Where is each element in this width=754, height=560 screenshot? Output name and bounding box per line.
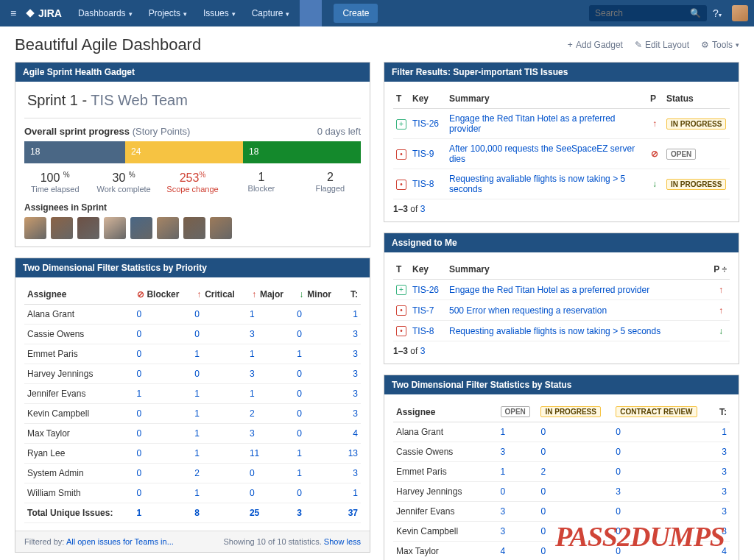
add-gadget-button[interactable]: + Add Gadget <box>568 40 623 50</box>
avatar[interactable] <box>130 217 152 239</box>
stat-flagged: 2Flagged <box>300 171 361 194</box>
chevron-down-icon: ▾ <box>736 41 739 49</box>
tools-button[interactable]: ⚙ Tools ▾ <box>701 40 739 50</box>
profile-avatar[interactable] <box>732 5 748 21</box>
issue-key: TIS-26 <box>412 118 439 129</box>
table-row: System Admin02013 <box>24 464 361 483</box>
gadget-header[interactable]: Filter Results: Super-important TIS Issu… <box>384 63 739 82</box>
avatar[interactable] <box>183 217 205 239</box>
issue-key: TIS-26 <box>412 285 439 295</box>
table-row: Harvey Jennings00303 <box>24 364 361 384</box>
filter-link[interactable]: All open issues for Teams in... <box>66 537 174 546</box>
status-badge: IN PROGRESS <box>666 118 726 130</box>
bug-icon: • <box>396 149 406 160</box>
page-title: Beautiful Agile Dashboard <box>15 35 201 54</box>
assignee-list <box>24 217 361 239</box>
table-row: Max Taylor01304 <box>24 424 361 444</box>
nav-projects[interactable]: Projects▾ <box>141 2 194 24</box>
table-row: Alana Grant00101 <box>24 305 361 325</box>
table-row[interactable]: •TIS-7500 Error when requesting a reserv… <box>393 300 730 321</box>
table-row: Alana Grant1001 <box>393 422 730 442</box>
gear-icon: ⚙ <box>701 40 709 50</box>
help-icon[interactable]: ?▾ <box>707 7 727 19</box>
table-row: Cassie Owens3003 <box>393 442 730 462</box>
avatar[interactable] <box>51 217 73 239</box>
search-icon: 🔍 <box>690 8 701 18</box>
table-row: Emmet Paris01113 <box>24 344 361 364</box>
create-button[interactable]: Create <box>334 4 378 23</box>
table-row[interactable]: +TIS-26Engage the Red Titan Hotel as a p… <box>393 109 730 139</box>
issue-summary: Engage the Red Titan Hotel as a preferre… <box>449 113 615 134</box>
avatar[interactable] <box>24 217 46 239</box>
search-box[interactable]: 🔍 <box>589 5 707 21</box>
filter-stats-priority-gadget: Two Dimensional Filter Statistics by Pri… <box>15 258 370 553</box>
stat-complete: 30 %Work complete <box>93 171 154 194</box>
issue-summary: After 100,000 requests the SeeSpaceEZ se… <box>449 143 635 164</box>
edit-layout-button[interactable]: ✎ Edit Layout <box>635 40 689 50</box>
issue-key: TIS-8 <box>412 179 434 189</box>
table-row: Jennifer Evans11103 <box>24 384 361 404</box>
nav-capture[interactable]: Capture▾ <box>244 2 297 24</box>
search-input[interactable] <box>595 8 686 18</box>
story-icon: + <box>396 119 406 130</box>
bug-icon: • <box>396 326 406 336</box>
show-less-link[interactable]: Show less <box>324 537 361 546</box>
gadget-header[interactable]: Two Dimensional Filter Statistics by Sta… <box>384 375 739 394</box>
major-icon: ↑ <box>250 289 258 300</box>
menu-icon[interactable]: ≡ <box>6 7 21 19</box>
stat-elapsed: 100 %Time elapsed <box>24 171 85 194</box>
watermark: PASS2DUMPS <box>555 520 725 553</box>
table-row[interactable]: •TIS-9After 100,000 requests the SeeSpac… <box>393 139 730 169</box>
chevron-down-icon: ▾ <box>232 10 236 18</box>
blocker-icon: ⊘ <box>650 149 659 159</box>
critical-icon: ↑ <box>194 289 203 300</box>
table-row[interactable]: +TIS-26Engage the Red Titan Hotel as a p… <box>393 280 730 300</box>
avatar[interactable] <box>104 217 126 239</box>
assignees-heading: Assignees in Sprint <box>24 202 361 213</box>
priority-up-icon: ↑ <box>650 118 659 129</box>
jira-logo[interactable]: JIRA <box>25 7 62 19</box>
progress-bar: 18 24 18 <box>24 141 361 163</box>
days-left: 0 days left <box>317 126 361 137</box>
table-row: Cassie Owens00303 <box>24 325 361 344</box>
bug-icon: • <box>396 305 406 316</box>
table-row: Harvey Jennings0033 <box>393 482 730 502</box>
issue-summary: Requesting avaliable flights is now taki… <box>449 174 625 194</box>
issue-key: TIS-7 <box>412 305 434 316</box>
gadget-header[interactable]: Assigned to Me <box>384 233 739 252</box>
minor-icon: ↓ <box>297 289 306 300</box>
table-row[interactable]: •TIS-8Requesting avaliable flights is no… <box>393 169 730 199</box>
top-nav: ≡ JIRA Dashboards▾ Projects▾ Issues▾ Cap… <box>0 0 754 26</box>
issue-summary: Engage the Red Titan Hotel as a preferre… <box>449 285 649 295</box>
chevron-down-icon: ▾ <box>129 10 133 18</box>
nav-dashboards[interactable]: Dashboards▾ <box>71 2 140 24</box>
table-row: Kevin Campbell01203 <box>24 404 361 424</box>
stat-scope: 253%Scope change <box>162 171 223 194</box>
issue-key: TIS-9 <box>412 149 434 159</box>
blocker-icon: ⊘ <box>136 289 145 300</box>
chevron-down-icon: ▾ <box>286 10 289 18</box>
avatar[interactable] <box>157 217 179 239</box>
status-badge: OPEN <box>666 149 696 160</box>
gadget-header[interactable]: Two Dimensional Filter Statistics by Pri… <box>15 258 370 277</box>
gadget-header[interactable]: Agile Sprint Health Gadget <box>15 63 370 82</box>
page-header: Beautiful Agile Dashboard + Add Gadget ✎… <box>0 26 754 62</box>
priority-up-icon: ↑ <box>716 305 725 316</box>
assigned-table: T Key Summary P ÷ +TIS-26Engage the Red … <box>393 260 730 341</box>
table-row[interactable]: •TIS-8Requesting avaliable flights is no… <box>393 321 730 341</box>
capture-indicator <box>300 0 322 26</box>
plus-icon: + <box>568 40 573 50</box>
table-row: Jennifer Evans3003 <box>393 502 730 522</box>
issue-summary: 500 Error when requesting a reservation <box>449 305 607 316</box>
priority-up-icon: ↑ <box>716 285 725 295</box>
filter-results-table: T Key Summary P Status +TIS-26Engage the… <box>393 89 730 199</box>
logo-text: JIRA <box>38 7 62 19</box>
avatar[interactable] <box>77 217 99 239</box>
avatar[interactable] <box>210 217 232 239</box>
sprint-health-gadget: Agile Sprint Health Gadget Sprint 1 - TI… <box>15 62 370 247</box>
table-row: Ryan Lee0111113 <box>24 444 361 464</box>
story-icon: + <box>396 285 406 295</box>
priority-stats-table: Assignee ⊘Blocker ↑Critical ↑Major ↓Mino… <box>24 285 361 523</box>
nav-issues[interactable]: Issues▾ <box>196 2 243 24</box>
status-badge: IN PROGRESS <box>666 179 726 190</box>
